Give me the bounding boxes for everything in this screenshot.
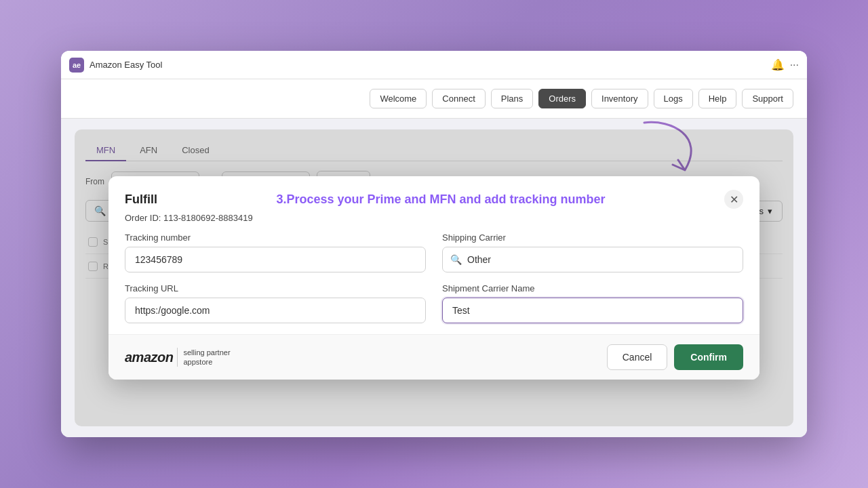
amazon-logo-text: amazon [125,350,173,365]
notification-icon[interactable]: 🔔 [771,58,785,71]
inner-panel: MFN AFN Closed From 📅 2023-09-25 To 📅 20… [75,129,793,426]
confirm-button[interactable]: Confirm [674,344,743,370]
modal-overlay: Fulfill 3.Process your Prime and MFN and… [75,129,793,426]
content-area: MFN AFN Closed From 📅 2023-09-25 To 📅 20… [61,119,807,437]
order-id-label: Order ID: [125,213,161,223]
amazon-partner-text: selling partner appstore [177,348,230,367]
nav-orders[interactable]: Orders [538,89,586,108]
app-title: Amazon Easy Tool [90,60,771,70]
footer-buttons: Cancel Confirm [607,344,743,370]
title-bar: ae Amazon Easy Tool 🔔 ··· [61,51,807,79]
shipping-carrier-label: Shipping Carrier [442,232,743,243]
modal-title-left: Fulfill [125,192,157,207]
tracking-url-label: Tracking URL [125,283,426,293]
modal-body: Tracking number Shipping Carrier 🔍 [108,232,760,334]
modal-order-id: Order ID: 113-8180692-8883419 [108,213,760,232]
modal-title-center: 3.Process your Prime and MFN and add tra… [157,192,724,207]
nav-plans[interactable]: Plans [491,89,534,108]
tracking-number-label: Tracking number [125,232,426,243]
tracking-url-input[interactable] [125,298,426,323]
tracking-number-input[interactable] [125,247,426,272]
nav-bar: Welcome Connect Plans Orders Inventory L… [61,79,807,119]
nav-welcome[interactable]: Welcome [370,89,427,108]
tracking-number-group: Tracking number [125,232,426,272]
nav-connect[interactable]: Connect [432,89,485,108]
tracking-url-group: Tracking URL [125,283,426,323]
app-window: ae Amazon Easy Tool 🔔 ··· Welcome Connec… [61,51,807,437]
modal-close-button[interactable]: ✕ [724,190,743,209]
more-options-icon[interactable]: ··· [790,59,799,71]
fulfill-modal: Fulfill 3.Process your Prime and MFN and… [108,176,760,380]
app-logo: ae [69,58,84,73]
amazon-logo: amazon selling partner appstore [125,348,231,367]
order-id-value: 113-8180692-8883419 [163,213,253,223]
nav-support[interactable]: Support [742,89,793,108]
shipment-carrier-name-label: Shipment Carrier Name [442,283,743,293]
carrier-search-icon: 🔍 [450,254,462,265]
nav-logs[interactable]: Logs [654,89,693,108]
shipping-carrier-group: Shipping Carrier 🔍 [442,232,743,272]
nav-help[interactable]: Help [698,89,737,108]
modal-header: Fulfill 3.Process your Prime and MFN and… [108,176,760,209]
cancel-button[interactable]: Cancel [607,344,668,370]
nav-inventory[interactable]: Inventory [591,89,648,108]
title-bar-actions: 🔔 ··· [771,58,799,71]
shipping-carrier-input-wrap: 🔍 [442,247,743,272]
shipping-carrier-input[interactable] [442,247,743,272]
shipment-carrier-name-group: Shipment Carrier Name [442,283,743,323]
shipment-carrier-name-input[interactable] [442,298,743,323]
modal-footer: amazon selling partner appstore Cancel C… [108,334,760,380]
